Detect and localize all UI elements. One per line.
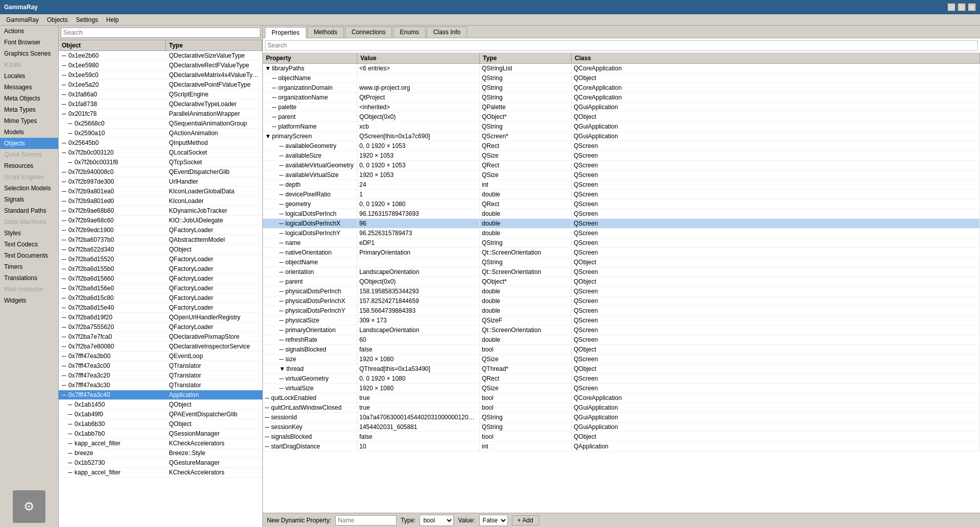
object-row[interactable]: ─0x7f2b9a801ea0KIconLoaderGlobalData <box>59 187 262 196</box>
prop-row[interactable]: ─virtualSize1920 × 1080QSizeQScreen <box>263 384 980 393</box>
object-row[interactable]: ─0x7f2b9ae68c60KIO::JobUiDelegate <box>59 216 262 225</box>
sidebar-item-selection-models[interactable]: Selection Models <box>0 183 58 194</box>
add-button[interactable]: + Add <box>512 515 539 525</box>
prop-row[interactable]: ─nativeOrientationPrimaryOrientationQt::… <box>263 248 980 258</box>
prop-row[interactable]: ─devicePixelRatio1doubleQScreen <box>263 190 980 199</box>
object-row[interactable]: ─0x7f2b997de300UrlHandler <box>59 177 262 187</box>
sidebar-item-messages[interactable]: Messages <box>0 82 58 93</box>
object-row[interactable]: ─0x7f2b9edc1900QFactoryLoader <box>59 225 262 235</box>
tab-class-info[interactable]: Class Info <box>427 27 467 38</box>
tab-enums[interactable]: Enums <box>393 27 425 38</box>
prop-row[interactable]: ─palette<inherited>QPaletteQGuiApplicati… <box>263 103 980 112</box>
maximize-btn[interactable]: □ <box>958 3 966 11</box>
object-row[interactable]: ─0x7f2b9ae68b80KDynamicJobTracker <box>59 206 262 216</box>
prop-row[interactable]: ─logicalDotsPerInchX96doubleQScreen <box>263 219 980 229</box>
value-select[interactable]: FalseTrue <box>479 515 508 526</box>
object-row[interactable]: ─0x7f2b0c003120QLocalSocket <box>59 148 262 158</box>
prop-row[interactable]: ─quitOnLastWindowClosedtrueboolQGuiAppli… <box>263 403 980 413</box>
object-row[interactable]: ─breezeBreeze::Style <box>59 448 262 458</box>
object-row[interactable]: ─0x2590a10QActionAnimation <box>59 129 262 138</box>
object-row[interactable]: ─0x1ee59c0QDeclarativeMatrix4x4ValueType <box>59 70 262 80</box>
object-row[interactable]: ─kapp_accel_filterKCheckAccelerators <box>59 468 262 478</box>
object-row[interactable]: ─kapp_accel_filterKCheckAccelerators <box>59 439 262 448</box>
prop-row[interactable]: ─primaryOrientationLandscapeOrientationQ… <box>263 325 980 335</box>
object-row[interactable]: ─0x7f2b0c0031f8QTcpSocket <box>59 158 262 167</box>
sidebar-item-timers[interactable]: Timers <box>0 261 58 272</box>
sidebar-item-signals[interactable]: Signals <box>0 194 58 205</box>
prop-row[interactable]: ─availableGeometry0, 0 1920 × 1053QRectQ… <box>263 141 980 151</box>
prop-row[interactable]: ─availableSize1920 × 1053QSizeQScreen <box>263 151 980 161</box>
object-row[interactable]: ─0x201fc78ParallelAnimationWrapper <box>59 109 262 119</box>
prop-row[interactable]: ─signalsBlockedfalseboolQObject <box>263 345 980 355</box>
sidebar-item-meta-objects[interactable]: Meta Objects <box>0 93 58 104</box>
object-row[interactable]: ─0x1fa86a0QScriptEngine <box>59 90 262 99</box>
object-search-input[interactable] <box>61 28 260 38</box>
object-row[interactable]: ─0x1ee5980QDeclarativeRectFValueType <box>59 61 262 70</box>
prop-row[interactable]: ─logicalDotsPerInchY96.2526315789473doub… <box>263 229 980 238</box>
sidebar-item-text-codecs[interactable]: Text Codecs <box>0 239 58 250</box>
prop-row[interactable]: ─quitLockEnabledtrueboolQCoreApplication <box>263 393 980 403</box>
object-row[interactable]: ─0x7f2ba6d15520QFactoryLoader <box>59 255 262 264</box>
sidebar-item-actions[interactable]: Actions <box>0 26 58 37</box>
prop-row[interactable]: ─orientationLandscapeOrientationQt::Scre… <box>263 267 980 277</box>
object-row[interactable]: ─0x1ee2b60QDeclarativeSizeValueType <box>59 51 262 61</box>
prop-row[interactable]: ─availableVirtualSize1920 × 1053QSizeQSc… <box>263 170 980 180</box>
object-row[interactable]: ─0x1ab1450QObject <box>59 400 262 410</box>
object-row[interactable]: ─0x7f2b9a801ed0KIconLoader <box>59 196 262 206</box>
prop-row[interactable]: ─organizationDomainwww.qt-project.orgQSt… <box>263 83 980 93</box>
menu-objects[interactable]: Objects <box>43 15 72 24</box>
object-row[interactable]: ─0x7fff47ea3b00QEventLoop <box>59 352 262 361</box>
object-row[interactable]: ─0x7f2ba7e7fca0QDeclarativePixmapStore <box>59 332 262 342</box>
object-row[interactable]: ─0x1b52730QGestureManager <box>59 458 262 468</box>
prop-row[interactable]: ─availableVirtualGeometry0, 0 1920 × 105… <box>263 161 980 170</box>
object-row[interactable]: ─0x7fff47ea3c20QTranslator <box>59 371 262 381</box>
sidebar-item-widgets[interactable]: Widgets <box>0 295 58 306</box>
prop-row[interactable]: ─signalsBlockedfalseboolQObject <box>263 432 980 442</box>
object-row[interactable]: ─0x7f2b940008c0QEventDispatcherGlib <box>59 167 262 177</box>
prop-row[interactable]: ─physicalSize309 × 173QSizeFQScreen <box>263 316 980 325</box>
object-row[interactable]: ─0x1ee5a20QDeclarativePointFValueType <box>59 80 262 90</box>
object-row[interactable]: ─0x7f2ba6d155b0QFactoryLoader <box>59 264 262 274</box>
prop-row[interactable]: ─startDragDistance10intQApplication <box>263 442 980 451</box>
minimize-btn[interactable]: ─ <box>947 3 955 11</box>
prop-row[interactable]: ─organizationNameQtProjectQStringQCoreAp… <box>263 93 980 103</box>
object-row[interactable]: ─0x7f2ba7e80080QDeclarativeInspectorServ… <box>59 342 262 352</box>
prop-row[interactable]: ─nameeDP1QStringQScreen <box>263 238 980 248</box>
tab-properties[interactable]: Properties <box>265 27 306 38</box>
prop-row[interactable]: ─logicalDotsPerInch96.126315789473693dou… <box>263 209 980 219</box>
object-row[interactable]: ─0x25668c0QSequentialAnimationGroup <box>59 119 262 129</box>
object-row[interactable]: ─0x7f2ba6d15e40QFactoryLoader <box>59 303 262 313</box>
object-row[interactable]: ─0x7f2ba6d15c80QFactoryLoader <box>59 293 262 303</box>
object-row[interactable]: ─0x25645b0QInputMethod <box>59 138 262 148</box>
sidebar-item-text-documents[interactable]: Text Documents <box>0 250 58 261</box>
menu-gammaray[interactable]: GammaRay <box>2 15 43 24</box>
object-row[interactable]: ─0x1ab6b30QObject <box>59 419 262 429</box>
prop-row[interactable]: ─size1920 × 1080QSizeQScreen <box>263 355 980 364</box>
prop-row[interactable]: ─refreshRate60doubleQScreen <box>263 335 980 345</box>
object-row[interactable]: ─0x7f2ba6d19f20QOpenUrlHandlerRegistry <box>59 313 262 322</box>
prop-row[interactable]: ─physicalDotsPerInchX157.82524271844659d… <box>263 296 980 306</box>
prop-row[interactable]: ─objectNameQStringQObject <box>263 258 980 267</box>
property-name-input[interactable] <box>335 515 397 525</box>
sidebar-item-styles[interactable]: Styles <box>0 228 58 239</box>
prop-row[interactable]: ─sessionId10a7a4706300014544020310000001… <box>263 413 980 422</box>
close-btn[interactable]: ✕ <box>968 3 976 11</box>
menu-help[interactable]: Help <box>102 15 123 24</box>
sidebar-item-font-browser[interactable]: Font Browser <box>0 37 58 48</box>
menu-settings[interactable]: Settings <box>72 15 102 24</box>
sidebar-item-standard-paths[interactable]: Standard Paths <box>0 205 58 216</box>
sidebar-item-translations[interactable]: Translations <box>0 272 58 284</box>
prop-row[interactable]: ─objectNameQStringQObject <box>263 73 980 83</box>
tab-connections[interactable]: Connections <box>345 27 393 38</box>
prop-row[interactable]: ▼libraryPaths<6 entries>QStringListQCore… <box>263 64 980 73</box>
object-row[interactable]: ─0x7f2ba6d156e0QFactoryLoader <box>59 284 262 293</box>
object-row[interactable]: ─0x7f2ba622d340QObject <box>59 245 262 255</box>
sidebar-item-models[interactable]: Models <box>0 127 58 138</box>
prop-row[interactable]: ─sessionKey1454402031_605881QStringQGuiA… <box>263 422 980 432</box>
sidebar-item-locales[interactable]: Locales <box>0 70 58 82</box>
prop-row[interactable]: ─geometry0, 0 1920 × 1080QRectQScreen <box>263 199 980 209</box>
object-row[interactable]: ─0x7f2ba7555620QFactoryLoader <box>59 322 262 332</box>
sidebar-item-resources[interactable]: Resources <box>0 160 58 171</box>
object-row[interactable]: ─0x1abb7b0QSessionManager <box>59 429 262 439</box>
object-row[interactable]: ─0x1fa8738QDeclarativeTypeLoader <box>59 99 262 109</box>
